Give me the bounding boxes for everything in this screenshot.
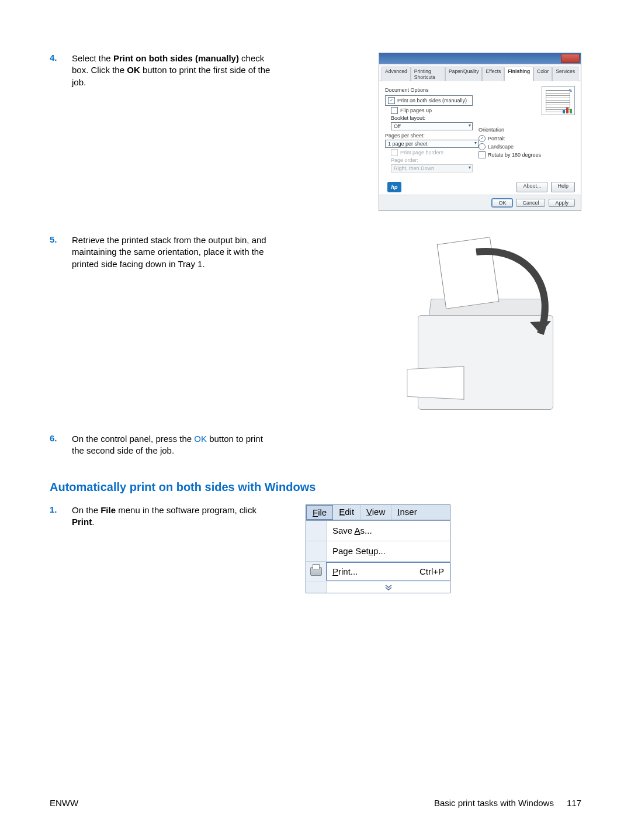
- hp-logo-icon: hp: [387, 182, 401, 192]
- tab-printing-shortcuts[interactable]: Printing Shortcuts: [411, 67, 445, 81]
- menu-insert-rest: nser: [400, 507, 417, 517]
- menu-edit-rest: dit: [345, 507, 354, 517]
- arrow-icon: [406, 234, 581, 410]
- step-4-bold1: Print on both sides (manually): [113, 53, 239, 63]
- step-5-text: Retrieve the printed stack from the outp…: [72, 234, 271, 270]
- page-order-label: Page order:: [391, 157, 473, 163]
- radio-icon: [479, 143, 486, 150]
- tab-services[interactable]: Services: [552, 67, 578, 81]
- print-page-borders-label: Print page borders: [400, 150, 443, 155]
- booklet-layout-value: Off: [394, 123, 401, 129]
- close-icon[interactable]: [561, 54, 580, 63]
- auto1-bold2: Print: [72, 517, 92, 527]
- about-button[interactable]: About...: [516, 182, 547, 192]
- auto1-post: .: [92, 517, 94, 527]
- auto-step-1-row: 1. On the File menu in the software prog…: [50, 504, 581, 593]
- help-button[interactable]: Help: [551, 182, 575, 192]
- file-menu-screenshot: File Edit View Inser Save As... Page Set…: [306, 504, 450, 593]
- svg-marker-0: [530, 321, 551, 334]
- flip-pages-up-label: Flip pages up: [400, 108, 432, 113]
- menu-expand[interactable]: [306, 582, 450, 593]
- chevron-down-icon: [327, 583, 450, 592]
- landscape-radio[interactable]: Landscape: [479, 143, 575, 150]
- tab-color[interactable]: Color: [533, 67, 552, 81]
- pages-per-sheet-select[interactable]: 1 page per sheet: [385, 140, 479, 148]
- step-6-row: 6. On the control panel, press the OK bu…: [50, 433, 581, 457]
- page-footer: ENWW Basic print tasks with Windows 117: [50, 798, 581, 808]
- section-heading: Automatically print on both sides with W…: [50, 481, 581, 494]
- auto1-mid: menu in the software program, click: [116, 505, 256, 515]
- radio-icon: [479, 135, 486, 142]
- menu-blank-icon: [306, 541, 327, 561]
- menu-page-setup-label: Page Setup...: [332, 546, 386, 556]
- landscape-label: Landscape: [488, 144, 514, 150]
- step-4-row: 4. Select the Print on both sides (manua…: [50, 53, 581, 211]
- tab-advanced[interactable]: Advanced: [382, 67, 411, 81]
- step-4-text: Select the Print on both sides (manually…: [72, 53, 271, 88]
- cancel-button[interactable]: Cancel: [516, 199, 545, 207]
- menu-print[interactable]: Print... Ctrl+P: [306, 562, 450, 582]
- print-page-borders-checkbox: Print page borders: [391, 149, 473, 156]
- portrait-radio[interactable]: Portrait: [479, 135, 575, 142]
- checkbox-icon: [479, 151, 486, 158]
- auto1-pre: On the: [72, 505, 100, 515]
- auto-step-1-number: 1.: [50, 504, 72, 514]
- portrait-label: Portrait: [488, 136, 505, 141]
- pages-per-sheet-label: Pages per sheet:: [385, 133, 473, 139]
- step-6-ok: OK: [194, 434, 207, 444]
- step-6-number: 6.: [50, 433, 72, 443]
- checkbox-icon: [388, 97, 395, 104]
- footer-right: Basic print tasks with Windows: [434, 798, 554, 808]
- document-options-label: Document Options: [385, 87, 473, 93]
- step-4-bold2: OK: [127, 65, 140, 75]
- menu-page-setup[interactable]: Page Setup...: [306, 541, 450, 562]
- dialog-titlebar: [379, 53, 581, 64]
- menu-edit[interactable]: Edit: [333, 505, 360, 520]
- page-order-value: Right, then Down: [394, 165, 434, 171]
- step-6-pre: On the control panel, press the: [72, 434, 194, 444]
- menu-insert[interactable]: Inser: [391, 505, 422, 520]
- booklet-layout-label: Booklet layout:: [391, 115, 473, 121]
- tab-paper-quality[interactable]: Paper/Quality: [445, 67, 483, 81]
- booklet-layout-select[interactable]: Off: [391, 122, 473, 130]
- step-6-text: On the control panel, press the OK butto…: [72, 433, 271, 457]
- rotate-180-checkbox[interactable]: Rotate by 180 degrees: [479, 151, 575, 158]
- menu-view-rest: iew: [372, 507, 386, 517]
- flip-pages-up-checkbox[interactable]: Flip pages up: [391, 107, 473, 114]
- checkbox-icon: [391, 149, 398, 156]
- print-properties-dialog: Advanced Printing Shortcuts Paper/Qualit…: [379, 53, 581, 211]
- ok-button[interactable]: OK: [492, 199, 512, 207]
- auto-step-1-text: On the File menu in the software program…: [72, 504, 271, 528]
- menu-blank-icon: [306, 521, 327, 541]
- menu-view[interactable]: View: [360, 505, 391, 520]
- auto1-bold1: File: [100, 505, 116, 515]
- menu-blank-icon: [306, 582, 327, 593]
- menu-bar: File Edit View Inser: [306, 505, 450, 520]
- rotate-180-label: Rotate by 180 degrees: [488, 152, 541, 158]
- printer-illustration: [406, 234, 581, 410]
- apply-button[interactable]: Apply: [549, 199, 575, 207]
- footer-left: ENWW: [50, 798, 78, 808]
- menu-file[interactable]: File: [306, 505, 333, 520]
- page-number: 117: [567, 798, 581, 808]
- tab-effects[interactable]: Effects: [482, 67, 504, 81]
- checkbox-icon: [391, 107, 398, 114]
- step-4-pre: Select the: [72, 53, 113, 63]
- menu-save-as-label: Save As...: [332, 526, 372, 535]
- page-preview-icon: [542, 86, 575, 115]
- step-5-number: 5.: [50, 234, 72, 244]
- dialog-tabs: Advanced Printing Shortcuts Paper/Qualit…: [379, 64, 581, 81]
- step-5-row: 5. Retrieve the printed stack from the o…: [50, 234, 581, 410]
- page-order-select: Right, then Down: [391, 164, 473, 172]
- menu-file-rest: ile: [318, 507, 327, 517]
- menu-save-as[interactable]: Save As...: [306, 521, 450, 541]
- printer-icon: [306, 562, 327, 582]
- pages-per-sheet-value: 1 page per sheet: [388, 141, 428, 147]
- step-4-number: 4.: [50, 53, 72, 63]
- menu-print-shortcut: Ctrl+P: [419, 566, 444, 576]
- print-both-sides-checkbox[interactable]: Print on both sides (manually): [385, 95, 473, 106]
- orientation-label: Orientation: [479, 127, 575, 133]
- menu-print-label: Print...: [332, 566, 358, 576]
- print-both-sides-label: Print on both sides (manually): [397, 98, 467, 103]
- tab-finishing[interactable]: Finishing: [504, 67, 533, 81]
